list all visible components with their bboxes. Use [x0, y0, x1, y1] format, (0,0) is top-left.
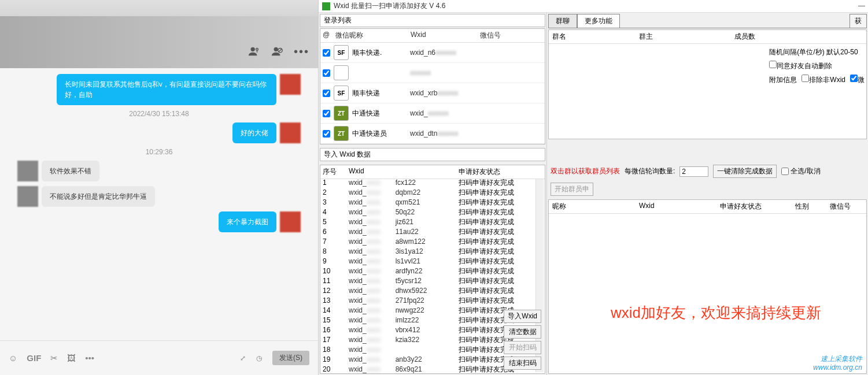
row-wxid: wxid_xxxx3is1ya12	[349, 247, 459, 256]
row-checkbox[interactable]	[323, 110, 330, 117]
col-nickname: 昵称	[552, 202, 639, 211]
avatar-icon: SF	[334, 86, 349, 101]
import-row[interactable]: 4 wxid_xxxx50q22 扫码申请好友完成	[320, 207, 545, 217]
exclude-non-wxid-checkbox[interactable]: 排除非Wxid	[801, 75, 845, 85]
import-row[interactable]: 9 wxid_xxxxls1vvl21 扫码申请好友完成	[320, 257, 545, 266]
wei-checkbox[interactable]: 微	[850, 75, 865, 85]
row-checkbox[interactable]	[323, 90, 330, 97]
import-row[interactable]: 1 wxid_xxxxfcx122 扫码申请好友完成	[320, 178, 545, 188]
chat-bubble: 来个暴力截图	[219, 211, 276, 232]
row-wxid: wxid_xxxxdqbm22	[349, 188, 459, 197]
col-wxid: Wxid	[349, 167, 459, 177]
import-row[interactable]: 12 wxid_xxxxdhwx5922 扫码申请好友完成	[320, 286, 545, 296]
row-wxid: wxid_xxxxkzia322	[349, 336, 459, 344]
auto-delete-checkbox[interactable]: 同意好友自动删除	[769, 61, 832, 71]
col-wxid: Wxid	[639, 202, 720, 211]
row-wxid: wxid_xxxx86x9q21	[349, 365, 459, 373]
row-no: 16	[323, 326, 349, 335]
col-member-count: 成员数	[734, 32, 863, 42]
import-row[interactable]: 2 wxid_xxxxdqbm22 扫码申请好友完成	[320, 188, 545, 198]
col-group-name: 群名	[552, 32, 639, 42]
row-status: 扫码申请好友完成	[459, 287, 542, 295]
attach-info-label: 附加信息	[769, 75, 797, 85]
login-row[interactable]: SF 顺丰快递. wxid_n6xxxxxx	[320, 43, 545, 63]
row-no: 11	[323, 277, 349, 285]
row-no: 10	[323, 267, 349, 276]
import-row[interactable]: 8 wxid_xxxx3is1ya12 扫码申请好友完成	[320, 247, 545, 257]
row-no: 3	[323, 198, 349, 207]
avatar-icon: SF	[334, 45, 349, 60]
chat-bg-image	[0, 16, 318, 68]
more-input-icon[interactable]: •••	[85, 353, 94, 363]
import-row[interactable]: 7 wxid_xxxxa8wm122 扫码申请好友完成	[320, 237, 545, 247]
row-no: 14	[323, 306, 349, 315]
clear-done-button[interactable]: 一键清除完成数据	[713, 165, 777, 178]
gif-icon[interactable]: GIF	[27, 353, 41, 363]
row-no: 7	[323, 237, 349, 246]
promo-text: wxid加好友，欢迎来搞持续更新	[611, 302, 821, 323]
row-no: 19	[323, 355, 349, 364]
wxid-value: wxid_n6xxxxxx	[410, 49, 479, 57]
row-status: 扫码申请好友完成	[459, 208, 542, 217]
timestamp: 10:29:36	[17, 148, 301, 156]
avatar	[17, 186, 38, 207]
row-checkbox[interactable]	[323, 130, 330, 138]
block-contact-icon[interactable]	[271, 45, 283, 58]
avatar-icon: ZT	[334, 106, 349, 121]
login-row[interactable]: xxxxxx	[320, 63, 545, 83]
scissors-icon[interactable]: ✂	[50, 353, 58, 363]
tab-more-functions[interactable]: 更多功能	[577, 14, 620, 28]
minimize-icon[interactable]: —	[858, 2, 865, 10]
row-no: 2	[323, 188, 349, 197]
interval-label: 随机间隔(单位/秒) 默认20-50	[769, 47, 858, 57]
row-status: 扫码申请好友完成	[459, 257, 542, 266]
chat-header	[0, 0, 318, 16]
select-all-checkbox[interactable]: 全选/取消	[781, 166, 820, 176]
import-row[interactable]: 10 wxid_xxxxardfyn22 扫码申请好友完成	[320, 266, 545, 276]
import-row[interactable]: 13 wxid_xxxx271fpq22 扫码申请好友完成	[320, 296, 545, 306]
emoji-icon[interactable]: ☺	[9, 353, 17, 363]
member-table: 昵称 Wxid 申请好友状态 性别 微信号	[548, 199, 867, 374]
import-row[interactable]: 5 wxid_xxxxjiz621 扫码申请好友完成	[320, 217, 545, 227]
start-group-apply-button[interactable]: 开始群员申	[551, 183, 593, 196]
login-row[interactable]: SF 顺丰快递 wxid_xrbxxxxxx	[320, 83, 545, 103]
expand-icon[interactable]: ⤢	[240, 354, 246, 362]
row-no: 9	[323, 257, 349, 266]
chat-bubble: 长时间未回复联系其他售后q和v，有问题直接说问题不要问在吗你好，自助	[57, 74, 276, 105]
row-wxid: wxid_xxxxanb3y22	[349, 355, 459, 364]
tab-right-button[interactable]: 获	[849, 14, 867, 28]
poll-input[interactable]	[679, 166, 708, 177]
nickname: 顺丰快递	[352, 88, 410, 98]
end-scan-button[interactable]: 结束扫码	[504, 357, 541, 370]
row-no: 8	[323, 247, 349, 256]
import-row[interactable]: 6 wxid_xxxx11au22 扫码申请好友完成	[320, 227, 545, 237]
login-row[interactable]: ZT 中通快递员 wxid_dtnxxxxxx	[320, 124, 545, 144]
add-contact-icon[interactable]	[248, 45, 260, 58]
import-row[interactable]: 11 wxid_xxxxt5ycsr12 扫码申请好友完成	[320, 276, 545, 286]
row-checkbox[interactable]	[323, 49, 330, 57]
import-label: 导入 Wxid 数据	[320, 148, 545, 161]
col-gender: 性别	[795, 202, 830, 211]
import-wxid-button[interactable]: 导入Wxid	[504, 310, 541, 323]
avatar	[17, 161, 38, 181]
import-table: 序号 Wxid 申请好友状态 1 wxid_xxxxfcx122 扫码申请好友完…	[320, 165, 545, 374]
tab-group-chat[interactable]: 群聊	[548, 14, 577, 28]
history-icon[interactable]: ◷	[256, 354, 262, 362]
row-status: 扫码申请好友完成	[459, 228, 542, 236]
login-row[interactable]: ZT 中通快递 wxid_xxxxxx	[320, 103, 545, 124]
send-button[interactable]: 发送(S)	[272, 351, 309, 365]
start-scan-button[interactable]: 开始扫码	[504, 341, 541, 354]
more-icon[interactable]: •••	[294, 45, 306, 58]
wxid-value: wxid_xxxxxx	[410, 109, 479, 117]
login-table: @ 微信昵称 Wxid 微信号 SF 顺丰快递. wxid_n6xxxxxx x…	[320, 28, 545, 144]
chat-bubble: 不能说多好但是肯定比华邦牛逼	[42, 186, 155, 207]
row-wxid: wxid_xxxx	[349, 346, 459, 354]
image-icon[interactable]: 🖼	[67, 353, 76, 363]
import-row[interactable]: 3 wxid_xxxxqxm521 扫码申请好友完成	[320, 198, 545, 207]
nickname: 中通快递员	[352, 129, 410, 139]
row-wxid: wxid_xxxxvbrx412	[349, 326, 459, 335]
svg-point-3	[274, 47, 278, 51]
row-wxid: wxid_xxxxqxm521	[349, 198, 459, 207]
row-checkbox[interactable]	[323, 69, 330, 77]
clear-data-button[interactable]: 清空数据	[504, 325, 541, 339]
